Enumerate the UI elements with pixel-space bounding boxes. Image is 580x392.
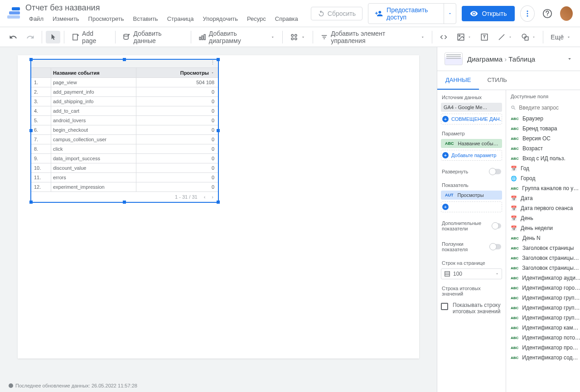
svg-point-1 [527,13,528,14]
add-control-button[interactable]: Добавить элемент управления [317,27,428,47]
field-item[interactable]: ABCИдентификатор кам… [506,323,580,333]
field-item[interactable]: ABCБренд товара [506,124,580,134]
table-row[interactable]: 5.android_lovers0 [31,116,218,125]
document-title[interactable]: Отчет без названия [25,3,302,13]
table-header-name[interactable]: Название события [51,68,136,77]
menu-arrange[interactable]: Упорядочить [199,14,242,24]
reset-button[interactable]: Сбросить [311,7,362,20]
page-add-icon [72,33,79,41]
shape-icon [521,33,529,41]
open-button[interactable]: Открыть [462,6,515,21]
table-row[interactable]: 11.errors0 [31,173,218,182]
page-prev[interactable]: ‹ [204,194,206,200]
redo-button[interactable] [23,30,38,44]
menu-view[interactable]: Просмотреть [85,14,128,24]
app-logo [7,7,20,20]
table-header-views[interactable]: Просмотры [136,68,218,77]
summary-checkbox[interactable] [441,303,448,310]
share-button[interactable]: Предоставить доступ [368,4,444,24]
svg-rect-6 [199,37,201,40]
field-item[interactable]: ABCЗаголовок страницы… [506,263,580,273]
image-button[interactable] [453,30,475,44]
menu-resource[interactable]: Ресурс [243,14,270,24]
svg-rect-4 [73,34,77,40]
field-item[interactable]: ABCИдентификатор груп… [506,303,580,313]
shape-button[interactable] [517,30,539,44]
data-source-chip[interactable]: GA4 - Google Me… [441,103,502,112]
field-item[interactable]: ABCИдентификатор пото… [506,333,580,343]
breadcrumb-chart[interactable]: Диаграмма [467,55,503,63]
blend-data-button[interactable]: +СОВМЕЩЕНИЕ ДАН… [441,114,502,124]
selection-tool[interactable] [46,31,60,43]
drilldown-toggle[interactable] [489,169,501,174]
field-item[interactable]: ABCЗаголовок страницы [506,243,580,253]
table-row[interactable]: 12.experiment_impression0 [31,182,218,192]
table-row[interactable]: 10.discount_value0 [31,163,218,173]
metric-sliders-toggle[interactable] [490,244,501,249]
field-item[interactable]: ABCИдентификатор груп… [506,293,580,303]
field-item[interactable]: 📅Дата [506,193,580,203]
table-row[interactable]: 2.add_payment_info0 [31,87,218,97]
more-vert-icon[interactable]: ⋮ [210,60,215,67]
field-item[interactable]: ABCБраузер [506,114,580,124]
chart-type-thumb[interactable] [445,53,463,65]
table-chart[interactable]: ⋮ Название события Просмотры 1.page_view… [30,59,219,203]
page-next[interactable]: › [212,194,213,200]
field-item[interactable]: ABCИдентификатор груп… [506,313,580,323]
field-search-input[interactable] [519,105,575,111]
table-row[interactable]: 8.click0 [31,144,218,154]
field-item[interactable]: 📅День [506,213,580,223]
sidebar-config: Источник данных GA4 - Google Me… +СОВМЕЩ… [437,90,506,392]
component-button[interactable] [286,30,309,44]
help-button[interactable] [540,5,555,22]
field-item[interactable]: ABCИдентификатор про… [506,343,580,353]
undo-button[interactable] [5,30,21,44]
field-item[interactable]: ABCИдентификатор горо… [506,283,580,293]
field-item[interactable]: 🌐Город [506,173,580,183]
tab-style[interactable]: СТИЛЬ [479,71,515,90]
field-item[interactable]: ABCИдентификатор сод… [506,353,580,363]
menu-page[interactable]: Страница [164,14,198,24]
table-row[interactable]: 3.add_shipping_info0 [31,97,218,106]
table-row[interactable]: 7.campus_collection_user0 [31,135,218,144]
field-item[interactable]: 📅День недели [506,223,580,233]
field-item[interactable]: ABCВозраст [506,143,580,153]
help-icon [542,9,552,19]
add-metric-button[interactable]: + [441,201,502,212]
field-item[interactable]: 📅Год [506,163,580,173]
line-button[interactable] [494,30,516,44]
add-page-button[interactable]: Add page [68,27,112,47]
menu-insert[interactable]: Вставить [130,14,162,24]
field-item[interactable]: ABCГруппа каналов по у… [506,183,580,193]
user-avatar[interactable] [560,6,573,21]
menu-edit[interactable]: Изменить [49,14,83,24]
field-item[interactable]: ABCИдентификатор ауди… [506,273,580,283]
report-page[interactable]: ⋮ Название события Просмотры 1.page_view… [18,55,419,359]
add-dimension-button[interactable]: +Добавьте параметр [441,150,502,161]
tab-data[interactable]: ДАННЫЕ [437,71,479,90]
canvas[interactable]: ⋮ Название события Просмотры 1.page_view… [0,47,437,392]
toolbar-more[interactable]: Ещё [547,31,575,43]
text-button[interactable] [477,30,492,44]
menu-help[interactable]: Справка [271,14,302,24]
optional-metrics-toggle[interactable] [492,223,501,229]
field-item[interactable]: ABCЗаголовок страницы… [506,253,580,263]
field-item[interactable]: ABCВерсия ОС [506,134,580,143]
field-item[interactable]: ABCДень N [506,233,580,243]
table-row[interactable]: 1.page_view504 108 [31,78,218,87]
add-chart-button[interactable]: Добавить диаграмму [195,27,279,47]
metric-chip[interactable]: AUTПросмотры [441,191,502,200]
table-row[interactable]: 9.data_import_success0 [31,154,218,163]
rows-per-page-select[interactable]: 100 [441,268,502,279]
embed-button[interactable] [436,30,451,44]
share-dropdown[interactable] [444,4,456,24]
add-data-button[interactable]: Добавить данные [119,27,187,47]
table-row[interactable]: 4.add_to_cart0 [31,106,218,116]
field-item[interactable]: ABCВход с ИД польз. [506,153,580,163]
more-options-button[interactable] [520,5,535,22]
dimension-chip[interactable]: ABCНазвание собы… [441,139,502,148]
menu-file[interactable]: Файл [25,14,47,24]
chevron-down-icon[interactable] [566,56,573,62]
field-item[interactable]: 📅Дата первого сеанса [506,203,580,213]
table-row[interactable]: 6.begin_checkout0 [31,125,218,135]
